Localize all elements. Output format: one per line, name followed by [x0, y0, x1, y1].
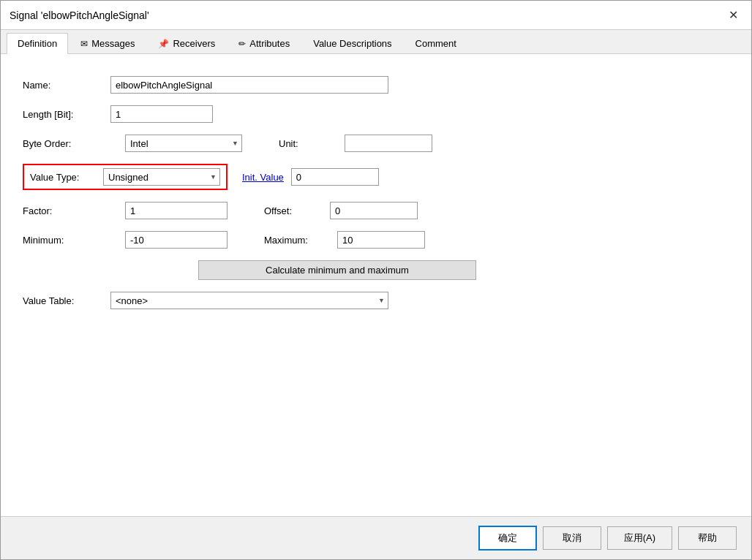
value-table-select[interactable]: <none> [110, 292, 388, 309]
init-value-input[interactable] [291, 168, 379, 186]
min-max-row: Minimum: Maximum: [23, 231, 729, 249]
byte-order-label: Byte Order: [23, 138, 103, 149]
tabs-container: Definition ✉ Messages 📌 Receivers ✏ Attr… [1, 30, 751, 54]
length-label: Length [Bit]: [23, 109, 103, 120]
name-row: Name: [23, 76, 729, 94]
title-bar: Signal 'elbowPitchAngleSignal' ✕ [1, 1, 751, 30]
minimum-input[interactable] [125, 231, 228, 249]
value-type-select-wrapper: Unsigned Signed Float Double [103, 168, 220, 186]
value-type-highlighted-group: Value Type: Unsigned Signed Float Double [23, 164, 228, 190]
calculate-button[interactable]: Calculate minimum and maximum [198, 260, 476, 280]
byte-order-select-wrapper: Intel Motorola MSB Motorola LSB [125, 135, 242, 152]
cancel-button[interactable]: 取消 [543, 526, 601, 550]
tab-comment-label: Comment [416, 38, 456, 49]
name-input[interactable] [110, 76, 388, 94]
calc-row: Calculate minimum and maximum [110, 260, 729, 280]
unit-input[interactable] [345, 135, 432, 152]
form-section: Name: Length [Bit]: Byte Order: Intel Mo… [23, 76, 729, 309]
name-label: Name: [23, 80, 103, 91]
footer: 确定 取消 应用(A) 帮助 [1, 516, 751, 559]
value-type-select[interactable]: Unsigned Signed Float Double [103, 168, 220, 186]
init-value-link[interactable]: Init. Value [242, 172, 284, 183]
apply-button[interactable]: 应用(A) [607, 526, 672, 550]
unit-label: Unit: [279, 138, 323, 149]
offset-label: Offset: [264, 205, 308, 216]
content-area: Name: Length [Bit]: Byte Order: Intel Mo… [1, 54, 751, 516]
help-button[interactable]: 帮助 [678, 526, 737, 550]
length-row: Length [Bit]: [23, 105, 729, 123]
value-table-row: Value Table: <none> [23, 292, 729, 309]
value-type-full-row: Value Type: Unsigned Signed Float Double… [23, 164, 729, 190]
byte-order-unit-row: Byte Order: Intel Motorola MSB Motorola … [23, 135, 729, 152]
value-type-label: Value Type: [30, 172, 96, 183]
minimum-label: Minimum: [23, 235, 103, 246]
receivers-icon: 📌 [158, 39, 169, 49]
value-table-select-wrapper: <none> [110, 292, 388, 309]
attributes-icon: ✏ [238, 39, 246, 49]
byte-order-select[interactable]: Intel Motorola MSB Motorola LSB [125, 135, 242, 152]
factor-offset-row: Factor: Offset: [23, 202, 729, 219]
ok-button[interactable]: 确定 [478, 526, 537, 550]
tab-value-descriptions[interactable]: Value Descriptions [302, 33, 402, 53]
factor-label: Factor: [23, 205, 103, 216]
dialog: Signal 'elbowPitchAngleSignal' ✕ Definit… [0, 0, 752, 560]
messages-icon: ✉ [80, 39, 88, 49]
value-table-label: Value Table: [23, 295, 103, 306]
tab-definition-label: Definition [18, 38, 57, 49]
close-button[interactable]: ✕ [724, 7, 742, 23]
tab-attributes[interactable]: ✏ Attributes [228, 33, 301, 53]
tab-attributes-label: Attributes [249, 38, 290, 49]
tab-receivers-label: Receivers [173, 38, 215, 49]
length-input[interactable] [110, 105, 213, 123]
maximum-input[interactable] [337, 231, 425, 249]
offset-input[interactable] [330, 202, 418, 219]
dialog-title: Signal 'elbowPitchAngleSignal' [10, 10, 149, 21]
maximum-label: Maximum: [264, 235, 315, 246]
factor-input[interactable] [125, 202, 228, 219]
tab-messages-label: Messages [91, 38, 135, 49]
tab-value-descriptions-label: Value Descriptions [313, 38, 391, 49]
tab-messages[interactable]: ✉ Messages [69, 33, 146, 53]
tab-comment[interactable]: Comment [405, 33, 467, 53]
tab-receivers[interactable]: 📌 Receivers [147, 33, 226, 53]
tab-definition[interactable]: Definition [7, 33, 68, 54]
